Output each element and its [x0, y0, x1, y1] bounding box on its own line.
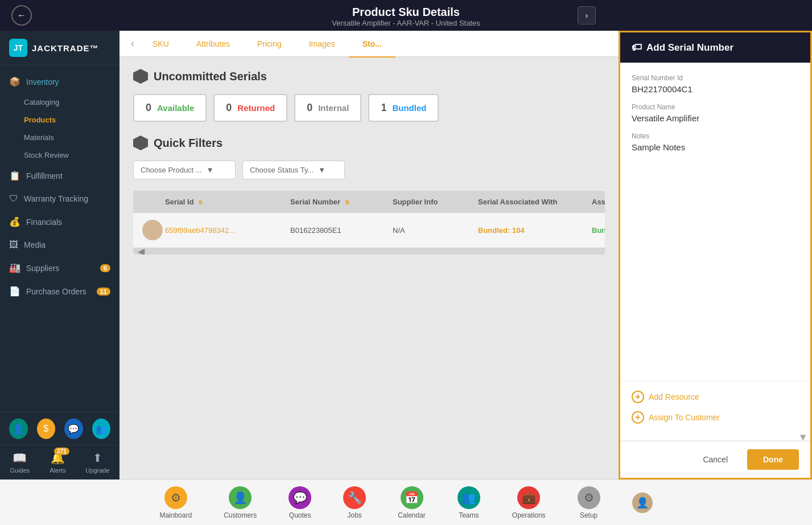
nav-quotes-label: Quotes: [289, 511, 311, 519]
suppliers-icon: 🏭: [9, 262, 20, 273]
status-filter-label: Choose Status Ty...: [250, 166, 314, 174]
nav-quotes[interactable]: 💬 Quotes: [273, 482, 327, 524]
sidebar-item-stock-review[interactable]: Stock Review: [0, 146, 119, 164]
cancel-button[interactable]: Cancel: [689, 449, 741, 470]
nav-mainboard-label: Mainboard: [159, 511, 192, 519]
top-header: ← Product Sku Details Versatile Amplifie…: [0, 0, 812, 31]
stat-returned-number: 0: [226, 102, 232, 114]
nav-operations[interactable]: 💼 Operations: [496, 482, 562, 524]
done-button[interactable]: Done: [747, 449, 799, 470]
bottom-user-bar: 👤 $ 💬 👥: [0, 412, 119, 445]
status-filter-select[interactable]: Choose Status Ty... ▼: [242, 161, 345, 179]
product-filter-chevron: ▼: [207, 166, 214, 174]
nav-profile[interactable]: 👤: [616, 488, 669, 518]
stat-bundled: 1 Bundled: [368, 94, 439, 122]
stat-available-number: 0: [146, 102, 151, 114]
col-supplier-info: Supplier Info: [393, 198, 478, 206]
stat-available: 0 Available: [133, 94, 207, 122]
quick-filters-title: Quick Filters: [133, 136, 605, 150]
sidebar-item-products[interactable]: Products: [0, 111, 119, 129]
user-profile-icon[interactable]: 👤: [9, 419, 28, 439]
tabs-prev-button[interactable]: ‹: [126, 31, 139, 56]
tab-pricing[interactable]: Pricing: [244, 31, 295, 58]
tab-stock[interactable]: Sto...: [349, 31, 395, 58]
table-row: 659f99aeb4798342... B016223805E1 N/A Bun…: [133, 213, 605, 248]
logo-text: JACKTRADE™: [32, 43, 99, 53]
sidebar-nav: 📦 Inventory Cataloging Products Material…: [0, 65, 119, 412]
upgrade-label: Upgrade: [85, 467, 109, 474]
serial-assoc-link[interactable]: Bundled: 104: [478, 226, 525, 235]
col-assigned-status: Assigned Stat...: [592, 198, 605, 206]
product-filter-select[interactable]: Choose Product ... ▼: [133, 161, 236, 179]
stat-internal: 0 Internal: [294, 94, 361, 122]
panel-scroll-down-icon: ▼: [798, 432, 808, 444]
assign-customer-plus-icon: +: [632, 411, 644, 424]
page-title: Product Sku Details: [0, 6, 812, 19]
alerts-button[interactable]: 🔔 271 Alerts: [50, 451, 65, 474]
add-resource-link[interactable]: + Add Resource: [632, 391, 799, 403]
stat-bundled-label: Bundled: [392, 103, 426, 113]
stats-row: 0 Available 0 Returned 0 Internal 1 Bund…: [133, 94, 605, 122]
product-name-label: Product Name: [632, 103, 799, 111]
forward-button[interactable]: ›: [578, 6, 596, 24]
col-serial-assoc: Serial Associated With: [478, 198, 592, 206]
sidebar-item-fulfillment[interactable]: 📋 Fulfillment: [0, 164, 119, 187]
sub-tabs: ‹ SKU Attributes Pricing Images Sto...: [119, 31, 619, 58]
chat-icon[interactable]: 💬: [64, 419, 83, 439]
suppliers-badge: 6: [100, 264, 110, 272]
sidebar-logo: JT JACKTRADE™: [0, 31, 119, 65]
nav-customers-label: Customers: [224, 511, 257, 519]
nav-operations-label: Operations: [512, 511, 546, 519]
guides-button[interactable]: 📖 Guides: [10, 451, 30, 474]
add-resource-plus-icon: +: [632, 391, 644, 403]
tab-images[interactable]: Images: [295, 31, 349, 58]
nav-jobs-label: Jobs: [347, 511, 361, 519]
quotes-icon: 💬: [288, 486, 311, 509]
nav-customers[interactable]: 👤 Customers: [208, 482, 273, 524]
stat-returned: 0 Returned: [213, 94, 287, 122]
nav-setup[interactable]: ⚙ Setup: [562, 482, 616, 524]
sort-icon-serial[interactable]: ⇅: [345, 199, 349, 206]
sidebar-item-media[interactable]: 🖼 Media: [0, 233, 119, 256]
serial-id-link[interactable]: 659f99aeb4798342...: [165, 226, 235, 235]
nav-calendar[interactable]: 📅 Calendar: [382, 482, 442, 524]
tab-attributes[interactable]: Attributes: [183, 31, 244, 58]
sidebar-item-cataloging[interactable]: Cataloging: [0, 93, 119, 111]
bottom-nav: ⚙ Mainboard 👤 Customers 💬 Quotes 🔧 Jobs …: [0, 479, 812, 525]
nav-mainboard[interactable]: ⚙ Mainboard: [143, 482, 208, 524]
nav-jobs[interactable]: 🔧 Jobs: [327, 482, 382, 524]
scroll-left-icon[interactable]: ◀: [138, 246, 145, 255]
sidebar-item-warranty-tracking[interactable]: 🛡 Warranty Tracking: [0, 187, 119, 210]
sidebar-item-inventory[interactable]: 📦 Inventory: [0, 70, 119, 93]
row-avatar: [142, 220, 163, 240]
table-header: Serial Id ⇅ Serial Number ⇅ Supplier Inf…: [133, 191, 605, 213]
supplier-info-value: N/A: [393, 226, 405, 235]
nav-teams[interactable]: 👥 Teams: [442, 482, 496, 524]
customers-icon: 👤: [229, 486, 252, 509]
notes-value: Sample Notes: [632, 142, 799, 152]
logo-icon: JT: [9, 39, 27, 57]
stat-returned-label: Returned: [237, 103, 275, 113]
guides-label: Guides: [10, 467, 30, 474]
dollar-icon[interactable]: $: [37, 419, 56, 439]
sort-icon-id[interactable]: ⇅: [198, 199, 203, 206]
sidebar-item-materials[interactable]: Materials: [0, 129, 119, 146]
panel-title: Add Serial Number: [646, 42, 733, 54]
nav-calendar-label: Calendar: [398, 511, 426, 519]
back-button[interactable]: ←: [11, 5, 32, 26]
sidebar-item-suppliers[interactable]: 🏭 Suppliers 6: [0, 256, 119, 280]
sidebar-item-financials[interactable]: 💰 Financials: [0, 210, 119, 233]
team-icon[interactable]: 👥: [92, 419, 111, 439]
assign-to-customer-link[interactable]: + Assign To Customer: [632, 411, 799, 424]
stat-internal-number: 0: [307, 102, 312, 114]
serial-number-value: B016223805E1: [290, 226, 341, 235]
calendar-icon: 📅: [401, 486, 423, 509]
sidebar-item-label: Inventory: [26, 77, 59, 87]
upgrade-button[interactable]: ⬆ Upgrade: [85, 451, 109, 474]
panel-footer: Cancel Done: [620, 441, 810, 478]
sidebar-item-purchase-orders[interactable]: 📄 Purchase Orders 11: [0, 280, 119, 303]
col-check: [142, 198, 165, 206]
table-scroll-indicator: ◀: [133, 248, 605, 255]
alerts-label: Alerts: [50, 467, 65, 474]
tab-sku[interactable]: SKU: [139, 31, 183, 58]
